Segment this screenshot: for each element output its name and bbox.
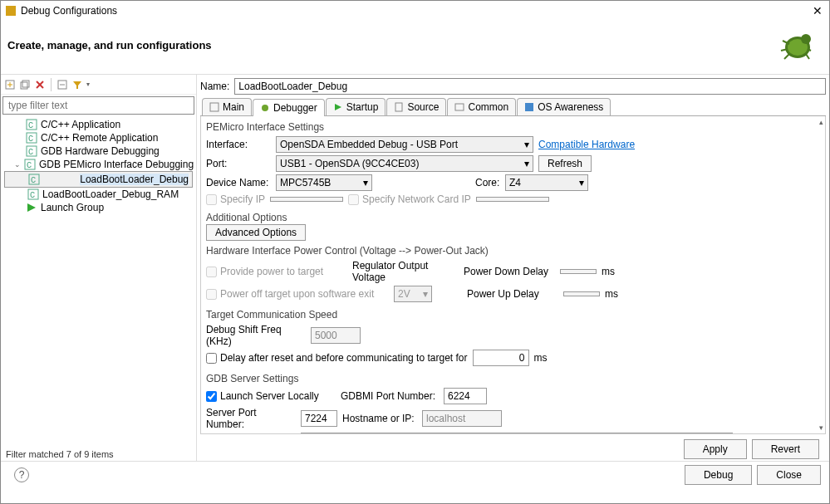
collapse-icon[interactable] (56, 79, 68, 91)
server-port-field[interactable] (301, 410, 337, 427)
specify-net-field (476, 197, 549, 202)
core-label: Core: (475, 177, 500, 188)
titlebar: Debug Configurations ✕ (1, 1, 829, 21)
refresh-button[interactable]: Refresh (538, 155, 592, 172)
gdb-server-group-title: GDB Server Settings (206, 373, 818, 384)
tab-startup[interactable]: Startup (326, 98, 386, 115)
source-tab-icon (394, 102, 404, 112)
tab-source[interactable]: Source (386, 98, 446, 115)
tab-common[interactable]: Common (447, 98, 516, 115)
ms-label-3: ms (534, 352, 548, 364)
ms-label: ms (602, 266, 615, 277)
apply-button[interactable]: Apply (684, 439, 747, 459)
banner: Create, manage, and run configurations (1, 21, 829, 75)
new-icon[interactable] (4, 79, 16, 91)
server-port-label: Server Port Number: (206, 407, 296, 430)
additional-group-title: Additional Options (206, 212, 818, 223)
gdbmi-port-label: GDBMI Port Number: (341, 390, 439, 402)
chevron-down-icon: ▾ (579, 177, 584, 188)
svg-rect-33 (395, 103, 402, 111)
play-tab-icon (333, 102, 343, 112)
device-select[interactable]: MPC5745B▾ (276, 174, 372, 191)
svg-text:c: c (27, 159, 32, 170)
chevron-down-icon: ▾ (524, 158, 529, 169)
power-up-field (563, 291, 600, 296)
svg-point-31 (262, 105, 268, 111)
interface-label: Interface: (206, 139, 271, 150)
right-panel: Name: Main Debugger Startup Source Commo… (197, 75, 829, 461)
tree-item-gdb-hw[interactable]: cGDB Hardware Debugging (4, 144, 193, 158)
launch-server-label: Launch Server Locally (220, 390, 319, 402)
power-down-label: Power Down Delay (464, 266, 555, 277)
close-icon[interactable]: ✕ (813, 4, 823, 17)
config-toolbar: ▾ (1, 75, 196, 95)
dropdown-icon[interactable]: ▾ (86, 81, 90, 88)
specify-ip-label: Specify IP (220, 193, 265, 205)
config-tree[interactable]: cC/C++ Application cC/C++ Remote Applica… (1, 116, 196, 448)
svg-text:c: c (28, 132, 33, 144)
svg-text:c: c (28, 145, 33, 157)
window-title: Debug Configurations (21, 5, 117, 17)
device-label: Device Name: (206, 177, 271, 188)
tree-item-c-app[interactable]: cC/C++ Application (4, 118, 193, 131)
specify-net-checkbox (348, 194, 359, 205)
port-select[interactable]: USB1 - OpenSDA (9CC4CE03)▾ (276, 155, 533, 172)
scroll-down-icon[interactable]: ▾ (819, 423, 823, 432)
tab-main[interactable]: Main (202, 98, 252, 115)
name-label: Name: (200, 81, 229, 92)
delete-icon[interactable] (34, 79, 46, 91)
duplicate-icon[interactable] (19, 79, 31, 91)
launch-server-checkbox[interactable] (206, 391, 217, 402)
svg-rect-30 (210, 103, 219, 111)
name-input[interactable] (234, 78, 826, 95)
svg-text:c: c (28, 119, 33, 130)
svg-line-7 (806, 54, 809, 59)
help-icon[interactable]: ? (14, 467, 29, 482)
svg-marker-32 (335, 104, 341, 110)
shift-freq-label: Debug Shift Freq (KHz) (206, 324, 306, 347)
debug-button[interactable]: Debug (685, 465, 752, 485)
app-icon (6, 6, 16, 16)
svg-text:c: c (30, 188, 35, 200)
filter-box[interactable] (2, 96, 194, 115)
tree-item-pemicro[interactable]: ⌄cGDB PEMicro Interface Debugging (4, 158, 193, 171)
tree-item-launch-group[interactable]: Launch Group (4, 201, 193, 214)
gdbmi-port-field[interactable] (444, 388, 487, 404)
delay-checkbox[interactable] (206, 353, 217, 364)
chevron-down-icon: ▾ (423, 288, 428, 300)
scroll-up-icon[interactable]: ▴ (819, 118, 823, 126)
compatible-hw-link[interactable]: Compatible Hardware (538, 139, 635, 150)
filter-input[interactable] (7, 99, 190, 112)
provide-power-label: Provide power to target (220, 266, 323, 277)
filter-icon[interactable] (71, 79, 83, 91)
specify-ip-checkbox (206, 194, 217, 205)
os-tab-icon (524, 102, 534, 112)
revert-button[interactable]: Revert (752, 439, 819, 459)
chevron-down-icon: ▾ (363, 177, 368, 188)
delay-field[interactable] (473, 350, 529, 366)
interface-select[interactable]: OpenSDA Embedded Debug - USB Port▾ (276, 136, 533, 153)
banner-title: Create, manage, and run configurations (7, 39, 212, 51)
tree-item-loadbootloader-ram[interactable]: cLoadBootLoader_Debug_RAM (4, 188, 193, 201)
tree-item-loadbootloader-debug[interactable]: cLoadBootLoader_Debug (4, 171, 193, 188)
power-down-field (560, 269, 597, 274)
poweroff-checkbox (206, 289, 217, 300)
provide-power-checkbox (206, 267, 217, 277)
tab-debugger[interactable]: Debugger (253, 99, 325, 116)
close-button[interactable]: Close (757, 465, 821, 485)
regulator-select: 2V▾ (394, 286, 432, 302)
shift-freq-field: 5000 (311, 327, 361, 344)
chevron-down-icon[interactable]: ⌄ (14, 160, 21, 169)
power-group-title: Hardware Interface Power Control (Voltag… (206, 245, 818, 257)
advanced-options-button[interactable]: Advanced Options (206, 224, 306, 241)
tree-item-c-remote[interactable]: cC/C++ Remote Application (4, 131, 193, 144)
poweroff-label: Power off target upon software exit (220, 288, 374, 300)
tab-os-awareness[interactable]: OS Awareness (517, 98, 611, 115)
ms-label-2: ms (605, 288, 618, 300)
svg-marker-29 (27, 203, 36, 212)
server-params-field[interactable] (301, 433, 733, 434)
filter-status: Filter matched 7 of 9 items (1, 448, 196, 461)
main-tab-icon (209, 102, 219, 112)
tab-bar: Main Debugger Startup Source Common OS A… (200, 98, 826, 116)
core-select[interactable]: Z4▾ (505, 174, 588, 191)
